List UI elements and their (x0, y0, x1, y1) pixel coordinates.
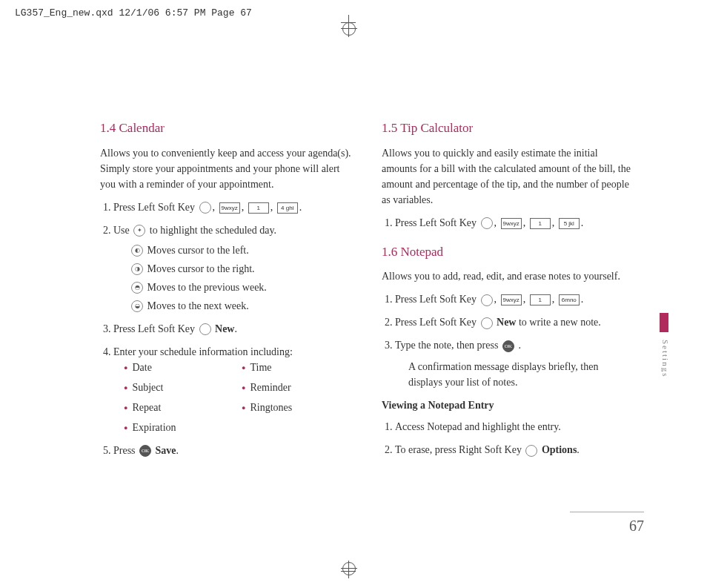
bullet-repeat: Repeat (124, 400, 234, 415)
key-9-icon: 9wxyz (501, 218, 522, 229)
text: , (552, 217, 557, 228)
section-tab (660, 313, 668, 332)
softkey-icon (481, 317, 493, 329)
bullet-time: Time (242, 360, 352, 375)
text: Press (113, 445, 138, 456)
heading-notepad: 1.6 Notepad (382, 242, 634, 262)
key-1-icon: 1 (248, 202, 269, 214)
softkey-icon (481, 294, 493, 306)
text: Press Left Soft Key (113, 323, 198, 334)
notepad-intro: Allows you to add, read, edit, and erase… (382, 268, 634, 284)
step-5: Press OK Save. (113, 443, 352, 458)
text: . (581, 217, 584, 228)
left-column: 1.4 Calendar Allows you to conveniently … (100, 119, 352, 466)
right-column: 1.5 Tip Calculator Allows you to quickly… (382, 119, 634, 466)
text: Press Left Soft Key (395, 294, 479, 305)
bullet-ringtones: Ringtones (242, 400, 352, 415)
text: . (581, 294, 584, 305)
view-step-2: To erase, press Right Soft Key Options. (395, 442, 634, 457)
key-9-icon: 9wxyz (501, 294, 522, 305)
softkey-icon (525, 445, 537, 457)
step-2: Use ✦ to highlight the scheduled day. ◐ … (113, 222, 352, 314)
nav-up-icon: ◓ (131, 282, 143, 294)
key-4-icon: 4 ghi (277, 202, 298, 214)
nav-pad-icon: ✦ (133, 225, 145, 237)
text: , (494, 217, 499, 228)
text: . (234, 323, 237, 334)
text: , (552, 294, 557, 305)
step-4: Enter your schedule information includin… (113, 344, 352, 435)
text: Moves cursor to the left. (147, 245, 249, 256)
text: , (242, 202, 247, 213)
step-1: Press Left Soft Key , 9wxyz, 1, 4 ghi. (113, 199, 352, 215)
calendar-steps: Press Left Soft Key , 9wxyz, 1, 4 ghi. U… (100, 199, 352, 458)
tip-intro: Allows you to quickly and easily estimat… (382, 145, 634, 208)
text: to highlight the scheduled day. (150, 225, 276, 236)
text: , (523, 294, 528, 305)
bullet-date: Date (124, 360, 234, 375)
np-confirm: A confirmation message displays briefly,… (408, 359, 634, 390)
np-step-2: Press Left Soft Key New to write a new n… (395, 314, 634, 330)
ok-key-icon: OK (139, 445, 151, 457)
calendar-intro: Allows you to conveniently keep and acce… (100, 145, 352, 192)
softkey-icon (481, 217, 493, 229)
section-label: Settings (661, 340, 670, 377)
view-step-1: Access Notepad and highlight the entry. (395, 419, 634, 435)
text: Moves to the next week. (147, 300, 249, 311)
step-3: Press Left Soft Key New. (113, 321, 352, 337)
ok-key-icon: OK (502, 340, 514, 352)
key-1-icon: 1 (530, 294, 551, 305)
text: , (523, 217, 528, 228)
schedule-fields: Date Time Subject Reminder Repeat Ringto… (124, 360, 352, 435)
text: To erase, press Right Soft Key (395, 444, 524, 455)
tip-steps: Press Left Soft Key , 9wxyz, 1, 5 jkl. (382, 215, 634, 231)
np-step-1: Press Left Soft Key , 9wxyz, 1, 6mno. (395, 291, 634, 307)
text: , (494, 294, 499, 305)
label-new: New (215, 323, 234, 334)
key-6-icon: 6mno (559, 294, 580, 305)
text: to write a new note. (519, 317, 601, 328)
notepad-steps: Press Left Soft Key , 9wxyz, 1, 6mno. Pr… (382, 291, 634, 390)
page-number: 67 (629, 518, 644, 535)
heading-calendar: 1.4 Calendar (100, 119, 352, 138)
label-new: New (497, 317, 516, 328)
text: , (270, 202, 276, 213)
registration-mark-icon (342, 22, 356, 36)
key-9-icon: 9wxyz (219, 202, 240, 214)
bullet-reminder: Reminder (242, 380, 352, 395)
text: Press Left Soft Key (113, 202, 198, 213)
bullet-subject: Subject (124, 380, 234, 395)
text: . (176, 445, 179, 456)
bullet-expiration: Expiration (124, 420, 234, 435)
viewing-steps: Access Notepad and highlight the entry. … (382, 419, 634, 457)
key-1-icon: 1 (530, 218, 551, 229)
text: Enter your schedule information includin… (113, 346, 293, 357)
softkey-icon (199, 323, 211, 335)
text: Use (113, 225, 132, 236)
print-header: LG357_Eng_new.qxd 12/1/06 6:57 PM Page 6… (15, 7, 252, 19)
nav-right-icon: ◑ (131, 263, 143, 275)
softkey-icon (199, 202, 211, 214)
nav-left-icon: ◐ (131, 245, 143, 257)
text: . (577, 444, 580, 455)
np-step-3: Type the note, then press OK . A confirm… (395, 337, 634, 390)
label-options: Options (542, 444, 577, 455)
heading-tip: 1.5 Tip Calculator (382, 119, 634, 138)
text: , (213, 202, 218, 213)
text: . (518, 340, 521, 351)
footer-rule (570, 512, 644, 512)
page-content: 1.4 Calendar Allows you to conveniently … (100, 119, 634, 466)
label-save: Save (156, 445, 176, 456)
viewing-subhead: Viewing a Notepad Entry (382, 397, 634, 413)
nav-directions: ◐ Moves cursor to the left. ◑ Moves curs… (130, 242, 352, 314)
text: Press Left Soft Key (395, 217, 479, 228)
registration-mark-icon (342, 562, 356, 575)
key-5-icon: 5 jkl (559, 218, 580, 229)
nav-down-icon: ◒ (131, 300, 143, 312)
text: Moves cursor to the right. (147, 263, 255, 274)
text: Moves to the previous week. (147, 282, 267, 293)
text: Press Left Soft Key (395, 317, 479, 328)
text: . (299, 202, 302, 213)
tip-step-1: Press Left Soft Key , 9wxyz, 1, 5 jkl. (395, 215, 634, 231)
text: Type the note, then press (395, 340, 501, 351)
